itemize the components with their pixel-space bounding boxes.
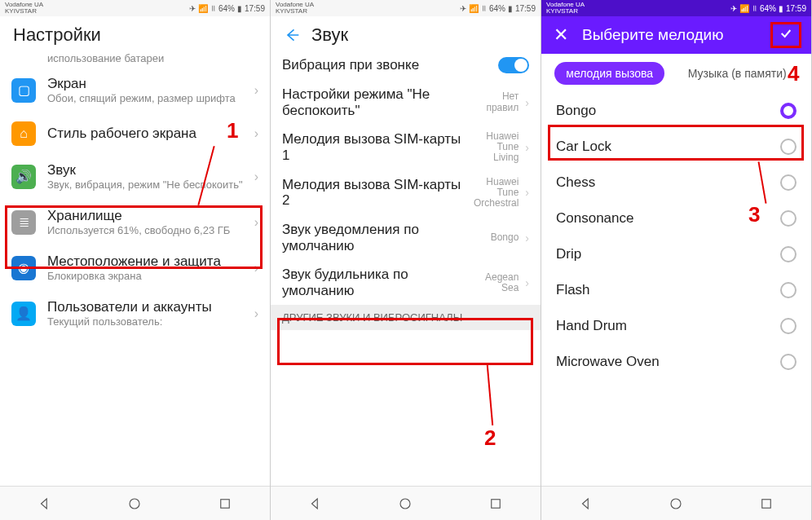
android-navbar	[541, 486, 811, 520]
wifi-icon: 📶	[198, 4, 208, 13]
nav-recent-icon[interactable]	[218, 496, 232, 511]
chevron-right-icon: ›	[254, 170, 258, 184]
sound-row-dnd[interactable]: Настройки режима "Не беспокоить" Нет пра…	[271, 80, 541, 125]
radio[interactable]	[780, 246, 797, 262]
page-header: ✕ Выберите мелодию	[541, 16, 811, 54]
paperplane-icon: ✈	[460, 4, 466, 13]
nav-back-icon[interactable]	[308, 496, 323, 511]
ringtone-flash[interactable]: Flash	[541, 272, 811, 308]
highlight-3	[548, 125, 804, 161]
toggle-on[interactable]	[498, 57, 529, 73]
svg-point-4	[671, 499, 681, 509]
phone-ringtone: Vodafone UAKYIVSTAR ✈ 📶 ॥ 64% ▮ 17:59 ✕ …	[541, 0, 812, 520]
ringtone-consonance[interactable]: Consonance	[541, 201, 811, 236]
chevron-right-icon: ›	[254, 126, 258, 141]
svg-point-2	[400, 499, 410, 509]
highlight-1	[5, 205, 263, 269]
radio[interactable]	[780, 210, 797, 227]
radio[interactable]	[780, 318, 797, 334]
svg-rect-5	[762, 499, 771, 508]
paperplane-icon: ✈	[189, 4, 196, 13]
nav-recent-icon[interactable]	[488, 496, 503, 511]
android-navbar	[271, 486, 541, 520]
svg-rect-3	[492, 499, 501, 508]
annotation-3: 3	[748, 202, 760, 227]
tab-music[interactable]: Музыка (в памяти)	[677, 62, 798, 85]
confirm-check-icon[interactable]	[770, 22, 801, 48]
status-bar: Vodafone UAKYIVSTAR ✈ 📶 ॥ 64% ▮ 17:59	[271, 0, 541, 16]
battery-icon: ▮	[779, 4, 783, 13]
chevron-right-icon: ›	[525, 231, 529, 245]
ringtone-handdrum[interactable]: Hand Drum	[541, 308, 811, 344]
nav-back-icon[interactable]	[579, 496, 594, 511]
sound-icon: 🔊	[11, 165, 36, 189]
wifi-icon: 📶	[739, 4, 749, 13]
display-icon: ▢	[11, 78, 36, 103]
radio[interactable]	[780, 282, 797, 298]
android-navbar	[0, 486, 270, 520]
nav-back-icon[interactable]	[38, 496, 52, 511]
chevron-right-icon: ›	[254, 83, 258, 98]
annotation-arrow-2	[487, 365, 493, 425]
settings-item-display[interactable]: ▢ ЭкранОбои, спящий режим, размер шрифта…	[0, 68, 270, 113]
partial-item[interactable]: использование батареи	[0, 51, 270, 68]
back-arrow-icon[interactable]	[284, 27, 300, 43]
chevron-right-icon: ›	[525, 186, 529, 199]
sound-row-notification[interactable]: Звук уведомления по умолчанию Bongo ›	[271, 215, 541, 260]
svg-rect-1	[221, 499, 230, 508]
sound-row-alarm[interactable]: Звук будильника по умолчанию Aegean Sea …	[271, 260, 541, 305]
annotation-2: 2	[484, 425, 496, 451]
status-bar: Vodafone UAKYIVSTAR ✈ 📶 ॥ 64% ▮ 17:59	[541, 0, 811, 16]
sound-row-sim2[interactable]: Мелодия вызова SIM-карты 2 Huawei Tune O…	[271, 170, 541, 216]
radio[interactable]	[780, 354, 797, 370]
battery-icon: ▮	[237, 4, 242, 13]
highlight-2	[277, 318, 533, 365]
page-title: Выберите мелодию	[582, 26, 759, 44]
svg-point-0	[130, 499, 139, 509]
chevron-right-icon: ›	[525, 141, 529, 154]
tab-ringtone[interactable]: мелодия вызова	[554, 62, 664, 85]
settings-item-sound[interactable]: 🔊 ЗвукЗвук, вибрация, режим "Не беспокои…	[0, 154, 270, 200]
wifi-icon: 📶	[469, 4, 479, 13]
radio-selected[interactable]	[780, 103, 797, 119]
nav-home-icon[interactable]	[127, 496, 142, 511]
chevron-right-icon: ›	[525, 276, 529, 289]
paperplane-icon: ✈	[730, 4, 737, 13]
sound-row-vibrate[interactable]: Вибрация при звонке	[271, 51, 541, 80]
users-icon: 👤	[11, 302, 36, 326]
ringtone-drip[interactable]: Drip	[541, 236, 811, 272]
nav-recent-icon[interactable]	[759, 496, 774, 511]
phone-sound: Vodafone UAKYIVSTAR ✈ 📶 ॥ 64% ▮ 17:59 Зв…	[271, 0, 541, 520]
ringtone-chess[interactable]: Chess	[541, 165, 811, 201]
page-header: Звук	[271, 16, 541, 51]
ringtone-bongo[interactable]: Bongo	[541, 93, 811, 129]
status-bar: Vodafone UAKYIVSTAR ✈ 📶 ॥ 64% ▮ 17:59	[0, 0, 270, 16]
nav-home-icon[interactable]	[669, 496, 683, 511]
chevron-right-icon: ›	[525, 96, 529, 109]
battery-icon: ▮	[508, 4, 513, 13]
sound-row-sim1[interactable]: Мелодия вызова SIM-карты 1 Huawei Tune L…	[271, 125, 541, 170]
phone-settings: Vodafone UAKYIVSTAR ✈ 📶 ॥ 64% ▮ 17:59 На…	[0, 0, 271, 520]
tab-row: мелодия вызова Музыка (в памяти)	[541, 54, 811, 93]
close-icon[interactable]: ✕	[551, 24, 571, 46]
settings-item-users[interactable]: 👤 Пользователи и аккаунтыТекущий пользов…	[0, 291, 270, 337]
home-style-icon: ⌂	[11, 121, 36, 146]
chevron-right-icon: ›	[254, 306, 258, 321]
annotation-4: 4	[788, 61, 799, 86]
page-title: Настройки	[0, 16, 270, 51]
ringtone-microwave[interactable]: Microwave Oven	[541, 344, 811, 380]
page-title: Звук	[311, 24, 348, 46]
annotation-1: 1	[227, 118, 238, 143]
radio[interactable]	[780, 174, 797, 191]
nav-home-icon[interactable]	[398, 496, 413, 511]
